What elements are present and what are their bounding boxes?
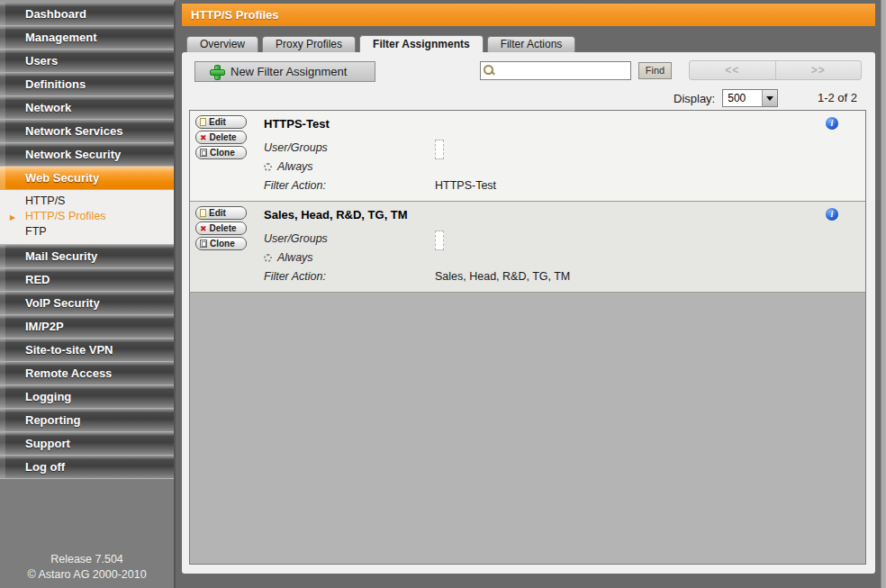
- delete-x-icon: ✖: [200, 224, 207, 233]
- copyright: © Astaro AG 2000-2010: [0, 567, 174, 583]
- filter-action-label: Filter Action:: [264, 176, 435, 195]
- sidebar-item-logging[interactable]: Logging: [0, 385, 174, 409]
- sidebar-item-support[interactable]: Support: [0, 432, 174, 456]
- sidebar-item-mail-security[interactable]: Mail Security: [0, 245, 174, 268]
- sidebar-item-definitions[interactable]: Definitions: [0, 73, 174, 96]
- delete-label: Delete: [210, 223, 237, 233]
- clone-icon: [200, 240, 207, 248]
- usergroups-field: User/Groups: [264, 230, 860, 249]
- info-icon[interactable]: i: [826, 117, 838, 130]
- sidebar-item-remote-access[interactable]: Remote Access: [0, 362, 174, 385]
- active-submenu-arrow-icon: ▶: [10, 210, 15, 225]
- row-details: HTTPS-Test User/Groups Always Filter Act…: [264, 115, 860, 195]
- delete-x-icon: ✖: [200, 133, 207, 142]
- sidebar-item-network-services[interactable]: Network Services: [0, 120, 174, 143]
- search-input[interactable]: [480, 61, 631, 80]
- usergroups-label: User/Groups: [264, 230, 435, 249]
- usergroups-empty-box[interactable]: [435, 140, 444, 159]
- schedule-label: Always: [264, 249, 435, 267]
- display-label: Display:: [674, 92, 715, 105]
- filter-assignment-list: Edit ✖ Delete Clone HTTPS-Test: [189, 110, 866, 565]
- edit-label: Edit: [209, 117, 226, 127]
- result-range: 1-2 of 2: [818, 91, 857, 104]
- app-window: Dashboard Management Users Definitions N…: [0, 0, 886, 588]
- display-select-value: 500: [723, 90, 762, 106]
- clone-label: Clone: [210, 148, 235, 158]
- info-icon[interactable]: i: [826, 208, 838, 221]
- tab-proxy-profiles[interactable]: Proxy Profiles: [262, 36, 356, 52]
- assignment-title: Sales, Head, R&D, TG, TM: [264, 208, 860, 222]
- gear-icon: [264, 254, 272, 262]
- display-select[interactable]: 500: [722, 89, 778, 107]
- usergroups-field: User/Groups: [264, 139, 860, 158]
- filter-action-label: Filter Action:: [264, 267, 435, 286]
- submenu-item-ftp[interactable]: FTP: [0, 224, 174, 240]
- submenu-item-label: HTTP/S Profiles: [25, 210, 106, 222]
- sidebar-item-voip-security[interactable]: VoIP Security: [0, 292, 174, 315]
- assignment-title: HTTPS-Test: [264, 117, 860, 131]
- clone-button[interactable]: Clone: [195, 146, 247, 159]
- web-security-submenu: HTTP/S ▶ HTTP/S Profiles FTP: [0, 190, 174, 245]
- search-area: [480, 61, 631, 80]
- next-page-button[interactable]: >>: [776, 61, 862, 79]
- sidebar-item-red[interactable]: RED: [0, 268, 174, 292]
- gear-icon: [264, 163, 272, 171]
- filter-action-field: Filter Action: Sales, Head, R&D, TG, TM: [264, 267, 860, 286]
- filter-action-value: HTTPS-Test: [435, 176, 496, 195]
- delete-button[interactable]: ✖ Delete: [195, 222, 247, 235]
- sidebar-item-network-security[interactable]: Network Security: [0, 143, 174, 167]
- table-row: Edit ✖ Delete Clone HTTPS-Test: [190, 111, 865, 202]
- sidebar-item-im-p2p[interactable]: IM/P2P: [0, 315, 174, 339]
- sidebar-item-network[interactable]: Network: [0, 96, 174, 120]
- new-filter-assignment-button[interactable]: New Filter Assignment: [194, 61, 375, 82]
- sidebar-item-log-off[interactable]: Log off: [0, 456, 174, 479]
- sidebar-item-web-security[interactable]: Web Security: [0, 167, 174, 190]
- prev-page-button[interactable]: <<: [690, 61, 776, 79]
- tab-filter-assignments[interactable]: Filter Assignments: [359, 35, 484, 52]
- usergroups-empty-box[interactable]: [435, 231, 444, 250]
- usergroups-label: User/Groups: [264, 139, 435, 158]
- new-filter-assignment-label: New Filter Assignment: [231, 65, 347, 78]
- filter-action-field: Filter Action: HTTPS-Test: [264, 176, 860, 195]
- tab-bar: Overview Proxy Profiles Filter Assignmen…: [182, 35, 875, 52]
- edit-note-icon: [200, 209, 206, 217]
- clone-icon: [200, 149, 207, 157]
- schedule-field: Always: [264, 249, 860, 267]
- clone-label: Clone: [210, 239, 235, 249]
- chevron-down-icon: [766, 96, 773, 101]
- delete-button[interactable]: ✖ Delete: [195, 131, 247, 144]
- page-title: HTTP/S Profiles: [182, 4, 875, 26]
- tab-filter-actions[interactable]: Filter Actions: [487, 36, 576, 52]
- schedule-label: Always: [264, 158, 435, 176]
- display-select-button[interactable]: [762, 90, 777, 106]
- submenu-item-https-profiles[interactable]: ▶ HTTP/S Profiles: [0, 209, 174, 224]
- sidebar-item-management[interactable]: Management: [0, 26, 174, 50]
- submenu-item-https[interactable]: HTTP/S: [0, 194, 174, 209]
- display-control: Display: 500: [674, 89, 778, 107]
- plus-icon: [210, 65, 223, 78]
- sidebar-item-dashboard[interactable]: Dashboard: [0, 3, 174, 26]
- sidebar-item-site-to-site-vpn[interactable]: Site-to-site VPN: [0, 339, 174, 362]
- release-info: Release 7.504 © Astaro AG 2000-2010: [0, 552, 174, 583]
- scrollbar-track[interactable]: [881, 0, 886, 588]
- edit-label: Edit: [209, 208, 226, 218]
- row-actions: Edit ✖ Delete Clone: [195, 115, 249, 195]
- filter-action-value: Sales, Head, R&D, TG, TM: [435, 267, 570, 286]
- find-button[interactable]: Find: [638, 62, 672, 79]
- edit-button[interactable]: Edit: [195, 115, 247, 129]
- row-details: Sales, Head, R&D, TG, TM User/Groups Alw…: [264, 206, 860, 286]
- release-version: Release 7.504: [0, 552, 174, 567]
- content-panel: New Filter Assignment Find << >> Display…: [182, 52, 875, 574]
- sidebar-item-users[interactable]: Users: [0, 50, 174, 73]
- row-actions: Edit ✖ Delete Clone: [195, 206, 249, 286]
- tab-overview[interactable]: Overview: [186, 36, 258, 52]
- clone-button[interactable]: Clone: [195, 237, 247, 250]
- schedule-field: Always: [264, 158, 860, 176]
- sidebar: Dashboard Management Users Definitions N…: [0, 0, 176, 588]
- sidebar-item-reporting[interactable]: Reporting: [0, 409, 174, 432]
- pagination: << >>: [689, 60, 862, 80]
- edit-note-icon: [200, 118, 206, 126]
- edit-button[interactable]: Edit: [195, 206, 247, 220]
- main-area: HTTP/S Profiles Overview Proxy Profiles …: [176, 0, 886, 588]
- delete-label: Delete: [210, 132, 237, 142]
